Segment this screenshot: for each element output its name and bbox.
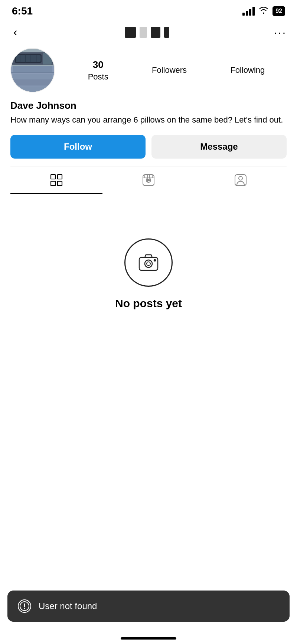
svg-rect-19: [51, 181, 55, 186]
svg-marker-29: [147, 179, 150, 181]
profile-header: 30 Posts Followers Following: [10, 48, 287, 92]
svg-point-34: [147, 262, 150, 266]
svg-rect-3: [16, 55, 41, 62]
status-bar: 6:51 92: [0, 0, 297, 20]
grid-icon: [49, 173, 63, 187]
svg-point-35: [154, 260, 156, 261]
following-label: Following: [230, 65, 265, 75]
avatar-image: [10, 48, 55, 92]
status-time: 6:51: [12, 5, 33, 17]
toast-error-icon: [18, 599, 31, 613]
follow-button[interactable]: Follow: [10, 135, 146, 159]
stats-container: 30 Posts Followers Following: [66, 59, 287, 82]
svg-rect-14: [13, 80, 52, 85]
avatar-svg: [11, 49, 54, 92]
svg-point-38: [24, 608, 25, 609]
wifi-icon: [258, 6, 269, 17]
home-indicator: [121, 637, 176, 640]
story-dot-1: [125, 27, 136, 38]
profile-name: Dave Johnson: [10, 100, 287, 111]
followers-label: Followers: [152, 65, 187, 75]
back-button[interactable]: ‹: [10, 24, 20, 40]
following-stat[interactable]: Following: [230, 65, 265, 75]
story-dot-3: [151, 27, 160, 38]
tab-reels[interactable]: [102, 166, 195, 194]
svg-rect-17: [51, 175, 55, 179]
tab-tagged[interactable]: [195, 166, 287, 194]
camera-icon: [137, 251, 160, 274]
followers-stat[interactable]: Followers: [152, 65, 187, 75]
svg-rect-20: [58, 181, 62, 186]
svg-rect-16: [13, 87, 52, 92]
story-dot-2: [140, 27, 147, 38]
svg-point-31: [239, 176, 242, 180]
status-icons: 92: [242, 6, 285, 17]
story-dot-4: [164, 27, 169, 38]
posts-count: 30: [93, 59, 104, 71]
toast-message: User not found: [39, 601, 97, 611]
signal-icon: [242, 7, 255, 16]
top-nav: ‹ ···: [0, 20, 297, 44]
nav-stories: [125, 27, 169, 38]
tab-grid[interactable]: [10, 166, 102, 194]
svg-point-33: [145, 260, 152, 267]
profile-tabs: [10, 166, 287, 194]
posts-label: Posts: [88, 72, 108, 82]
profile-bio: How many ways can you arrange 6 pillows …: [10, 114, 287, 126]
avatar: [10, 48, 55, 92]
battery-icon: 92: [272, 6, 285, 16]
toast-notification: User not found: [7, 591, 290, 622]
no-posts-icon: [124, 238, 173, 287]
svg-rect-10: [13, 66, 52, 72]
posts-stat[interactable]: 30 Posts: [88, 59, 108, 82]
svg-rect-8: [43, 53, 52, 65]
no-posts-label: No posts yet: [115, 297, 182, 310]
empty-state: No posts yet: [0, 194, 297, 339]
svg-rect-12: [13, 74, 52, 79]
more-button[interactable]: ···: [274, 26, 287, 39]
svg-rect-18: [58, 175, 62, 179]
action-buttons: Follow Message: [10, 135, 287, 159]
reels-icon: [141, 173, 156, 187]
profile-section: 30 Posts Followers Following Dave Johnso…: [0, 44, 297, 194]
tagged-icon: [234, 173, 248, 187]
message-button[interactable]: Message: [151, 135, 287, 159]
